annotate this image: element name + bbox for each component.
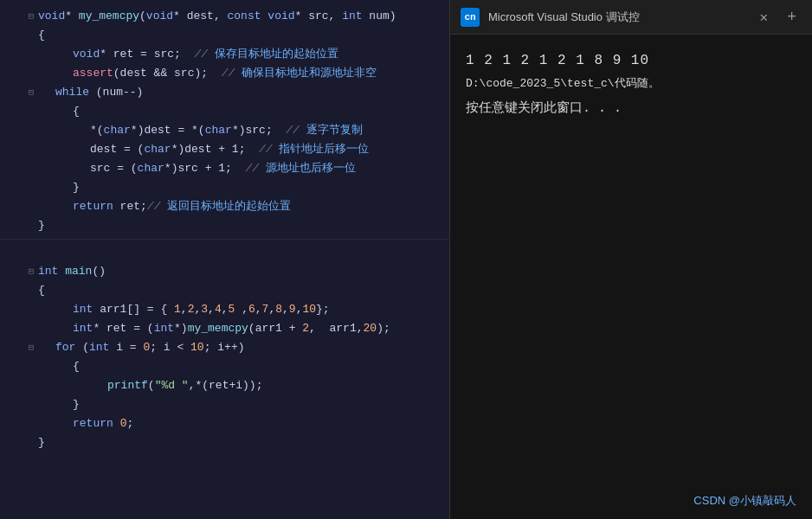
code-text: { xyxy=(38,357,442,376)
code-text: { xyxy=(38,102,442,121)
code-line-10: return ret;// 返回目标地址的起始位置 xyxy=(0,197,449,216)
code-line-11: } xyxy=(0,216,449,235)
code-text: } xyxy=(38,433,442,452)
code-line-16: int* ret = (int*)my_memcpy(arr1 + 2, arr… xyxy=(0,319,449,338)
close-button[interactable]: ✕ xyxy=(755,7,774,28)
code-text: { xyxy=(38,281,442,300)
fold-arrow xyxy=(24,178,38,197)
vs-icon-label: cn xyxy=(464,12,475,22)
new-tab-button[interactable]: + xyxy=(782,7,802,28)
code-line-13: ⊟ int main() xyxy=(0,262,449,281)
code-text: *(char*)dest = *(char*)src; // 逐字节复制 xyxy=(38,121,442,140)
code-text: } xyxy=(38,216,442,235)
code-line-17: ⊟ for (int i = 0; i < 10; i++) xyxy=(0,338,449,357)
code-line-15: int arr1[] = { 1,2,3,4,5 ,6,7,8,9,10}; xyxy=(0,300,449,319)
fold-arrow[interactable]: ⊟ xyxy=(24,262,38,281)
fold-arrow xyxy=(24,159,38,178)
console-titlebar: cn Microsoft Visual Studio 调试控 ✕ + xyxy=(450,0,812,35)
code-text: return 0; xyxy=(38,414,442,433)
fold-arrow xyxy=(24,414,38,433)
code-line-8: src = (char*)src + 1; // 源地址也后移一位 xyxy=(0,159,449,178)
code-text: { xyxy=(38,26,442,45)
code-text: printf("%d ",*(ret+i)); xyxy=(38,376,442,395)
path-suffix: 。 xyxy=(648,77,660,90)
fold-arrow[interactable]: ⊟ xyxy=(24,7,38,26)
code-text: void* ret = src; // 保存目标地址的起始位置 xyxy=(38,45,442,64)
console-panel: cn Microsoft Visual Studio 调试控 ✕ + 1 2 1… xyxy=(450,0,812,519)
code-line-2: void* ret = src; // 保存目标地址的起始位置 xyxy=(0,45,449,64)
fold-arrow xyxy=(24,45,38,64)
output-numbers: 1 2 1 2 1 2 1 8 9 10 xyxy=(466,48,796,74)
code-text: void* my_memcpy(void* dest, const void* … xyxy=(38,7,442,26)
fold-arrow xyxy=(24,197,38,216)
code-line-12 xyxy=(0,243,449,262)
path-text: D:\code_2023_5\test_c\代码随 xyxy=(466,77,648,90)
code-line-6: *(char*)dest = *(char*)src; // 逐字节复制 xyxy=(0,121,449,140)
fold-arrow xyxy=(24,102,38,121)
code-editor: ⊟ void* my_memcpy(void* dest, const void… xyxy=(0,0,450,519)
code-line-3: assert(dest && src); // 确保目标地址和源地址非空 xyxy=(0,64,449,83)
fold-arrow[interactable]: ⊟ xyxy=(24,338,38,357)
console-title: Microsoft Visual Studio 调试控 xyxy=(488,10,746,25)
code-line-9: } xyxy=(0,178,449,197)
fold-arrow xyxy=(24,319,38,338)
code-text: } xyxy=(38,395,442,414)
code-line-22: } xyxy=(0,433,449,452)
fold-arrow xyxy=(24,300,38,319)
code-line-5: { xyxy=(0,102,449,121)
code-line-7: dest = (char*)dest + 1; // 指针地址后移一位 xyxy=(0,140,449,159)
code-text: } xyxy=(38,178,442,197)
code-text: src = (char*)src + 1; // 源地址也后移一位 xyxy=(38,159,442,178)
separator xyxy=(0,239,449,240)
code-line-18: { xyxy=(0,357,449,376)
vs-icon: cn xyxy=(461,8,480,27)
fold-arrow xyxy=(24,121,38,140)
fold-arrow xyxy=(24,357,38,376)
console-prompt: 按任意键关闭此窗口. . . xyxy=(466,97,796,120)
fold-arrow xyxy=(24,64,38,83)
code-text: int arr1[] = { 1,2,3,4,5 ,6,7,8,9,10}; xyxy=(38,300,442,319)
code-text: int main() xyxy=(38,262,442,281)
code-text: assert(dest && src); // 确保目标地址和源地址非空 xyxy=(38,64,442,83)
fold-arrow[interactable]: ⊟ xyxy=(24,83,38,102)
code-text: for (int i = 0; i < 10; i++) xyxy=(38,338,442,357)
code-line-21: return 0; xyxy=(0,414,449,433)
code-text: dest = (char*)dest + 1; // 指针地址后移一位 xyxy=(38,140,442,159)
code-text: int* ret = (int*)my_memcpy(arr1 + 2, arr… xyxy=(38,319,442,338)
code-line-19: printf("%d ",*(ret+i)); xyxy=(0,376,449,395)
fold-arrow xyxy=(24,376,38,395)
code-line-14: { xyxy=(0,281,449,300)
code-line-4: ⊟ while (num--) xyxy=(0,83,449,102)
fold-arrow xyxy=(24,395,38,414)
code-line-0: ⊟ void* my_memcpy(void* dest, const void… xyxy=(0,7,449,26)
code-text: while (num--) xyxy=(38,83,442,102)
code-line-20: } xyxy=(0,395,449,414)
code-line-1: { xyxy=(0,26,449,45)
fold-arrow xyxy=(24,140,38,159)
code-text: return ret;// 返回目标地址的起始位置 xyxy=(38,197,442,216)
output-path: D:\code_2023_5\test_c\代码随。 xyxy=(466,74,796,93)
console-watermark: CSDN @小镇敲码人 xyxy=(450,486,812,519)
console-body: 1 2 1 2 1 2 1 8 9 10 D:\code_2023_5\test… xyxy=(450,35,812,486)
